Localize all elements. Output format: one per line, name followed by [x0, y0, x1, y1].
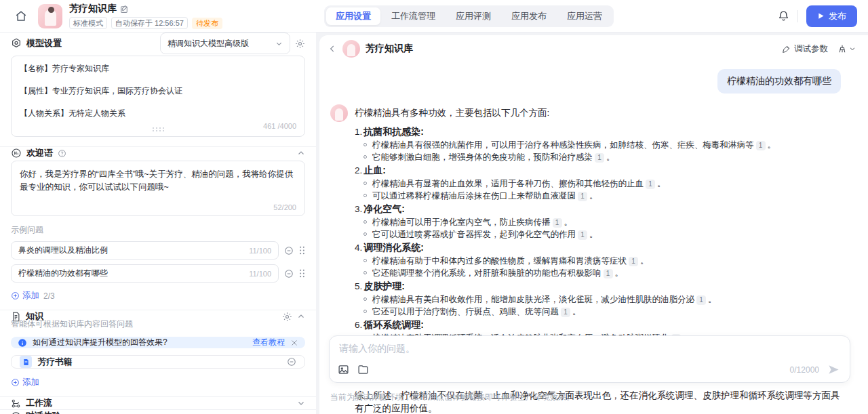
section-title: 抗菌和抗感染: — [363, 126, 424, 137]
answer-section-3: 3.净化空气: 柠檬精油可以用于净化室内空气，防止疾病传播1。 它可以通过喷雾器… — [355, 203, 841, 240]
citation-badge[interactable]: 1 — [553, 218, 562, 228]
banner-text: 如何通过知识库提升模型的回答效果? — [33, 337, 247, 348]
help-icon[interactable] — [58, 149, 66, 158]
close-banner-icon[interactable] — [290, 339, 298, 347]
bot-message-avatar — [330, 104, 348, 122]
workflow-section[interactable]: 工作流 — [0, 397, 316, 409]
citation-badge[interactable]: 1 — [756, 141, 766, 150]
chat-preview-panel: 芳疗知识库 调试参数 柠檬精油的功效都有哪些 — [319, 35, 868, 414]
autosave-badge: 自动保存于 12:56:57 — [111, 17, 188, 29]
model-select[interactable]: 精调知识大模型高级版 — [160, 33, 290, 54]
top-tab-bar: 应用设置 工作流管理 应用评测 应用发布 应用运营 — [324, 5, 614, 27]
plus-circle-icon — [11, 291, 20, 300]
knowledge-item-name: 芳疗书籍 — [38, 356, 281, 368]
question-counter: 11/100 — [249, 270, 271, 278]
answer-bullet: 它还可以用于治疗割伤、疔斑点、鸡眼、疣等问题1。 — [355, 306, 841, 317]
citation-badge[interactable]: 1 — [561, 308, 570, 317]
bot-avatar — [342, 40, 360, 58]
answer-bullet: 它可以通过喷雾器或扩音器挥发，起到净化空气的作用1。 — [355, 229, 841, 240]
welcome-message-editor[interactable]: 你好，我是芳疗界的“四库全书”哦~关于芳疗、精油的问题，我将给你提供最专业的知识… — [11, 161, 305, 216]
citation-badge[interactable]: 1 — [604, 269, 613, 278]
collapse-welcome-icon[interactable] — [297, 149, 305, 157]
app-avatar — [38, 4, 62, 28]
question-input-wrap: 11/100 — [11, 241, 279, 260]
notification-bell-icon[interactable] — [778, 10, 789, 22]
home-button[interactable] — [11, 6, 31, 26]
welcome-text: 你好，我是芳疗界的“四库全书”哦~关于芳疗、精油的问题，我将给你提供最专业的知识… — [20, 168, 296, 194]
chat-experience-title: 对话体验 — [26, 410, 61, 414]
workflow-title: 工作流 — [26, 397, 52, 409]
home-icon — [15, 10, 27, 22]
answer-bullet: 柠檬精油可以用于净化室内空气，防止疾病传播1。 — [355, 217, 841, 228]
example-questions-label: 示例问题 — [11, 224, 305, 236]
tab-app-settings[interactable]: 应用设置 — [326, 7, 380, 25]
tab-app-publish[interactable]: 应用发布 — [502, 7, 556, 25]
chat-experience-section[interactable]: 对话体验 — [0, 410, 316, 414]
section-title: 止血: — [363, 165, 386, 175]
citation-badge[interactable]: 1 — [629, 257, 638, 266]
welcome-char-counter: 52/200 — [273, 203, 296, 211]
debug-params-button[interactable]: 调试参数 — [782, 43, 828, 55]
view-tutorial-link[interactable]: 查看教程 — [252, 337, 285, 348]
header-divider — [797, 10, 798, 22]
tab-app-operation[interactable]: 应用运营 — [557, 7, 612, 25]
knowledge-tip-banner: 如何通过知识库提升模型的回答效果? 查看教程 — [11, 337, 305, 348]
chat-header: 芳疗知识库 调试参数 — [319, 35, 868, 62]
answer-intro: 柠檬精油具有多种功效，主要包括以下几个方面: — [355, 107, 841, 119]
prompt-line-name: 【名称】芳疗专家知识库 — [20, 63, 296, 74]
welcome-section-header: 欢迎语 — [0, 147, 316, 159]
expand-workflow-icon[interactable] — [297, 399, 305, 407]
chevron-down-icon — [275, 40, 283, 47]
question-count: 2/3 — [43, 291, 55, 301]
chat-bubble-icon — [11, 411, 21, 414]
citation-badge[interactable]: 1 — [595, 153, 604, 163]
model-settings-title: 模型设置 — [26, 37, 62, 49]
citation-badge[interactable]: 1 — [696, 295, 706, 305]
remove-knowledge-icon[interactable] — [287, 357, 296, 367]
send-icon[interactable] — [827, 363, 840, 376]
citation-badge[interactable]: 1 — [646, 180, 655, 189]
answer-bullet: 柠檬精油具有很强的抗菌作用，可以用于治疗各种感染性疾病，如肺结核、伤寒、疟疾、梅… — [355, 140, 841, 150]
app-title-block: 芳疗知识库 标准模式 自动保存于 12:56:57 待发布 — [69, 3, 222, 29]
remove-question-icon[interactable] — [284, 269, 294, 278]
add-question-button[interactable]: 添加 — [11, 290, 39, 302]
upload-file-icon[interactable] — [357, 364, 369, 375]
environment-note: 当前为测试体验环境，发布后点击体验链接即可体验生产环境效果。 — [330, 392, 574, 403]
upload-image-icon[interactable] — [338, 364, 349, 375]
section-title: 皮肤护理: — [363, 281, 405, 291]
knowledge-item[interactable]: 芳疗书籍 — [11, 355, 305, 369]
remove-question-icon[interactable] — [284, 246, 294, 255]
add-knowledge-button[interactable]: 添加 — [11, 377, 39, 388]
chat-input[interactable] — [339, 343, 840, 358]
drag-handle-icon[interactable] — [299, 246, 305, 255]
edit-title-icon[interactable] — [120, 5, 129, 14]
question-input-1[interactable] — [18, 246, 243, 255]
publish-button[interactable]: 发布 — [806, 5, 857, 27]
answer-bullet: 柠檬精油具有美白和收敛作用，能增加皮肤光泽，淡化雀斑，减少油性肌肤的油脂分泌1。 — [355, 294, 841, 305]
input-char-counter: 0/12000 — [790, 365, 819, 375]
answer-section-4: 4.调理消化系统: 柠檬精油有助于中和体内过多的酸性物质，缓解胃痛和胃溃疡等症状… — [355, 242, 841, 278]
chevron-down-icon — [849, 45, 856, 52]
knowledge-file-icon — [20, 356, 32, 368]
citation-badge[interactable]: 1 — [578, 192, 587, 201]
tab-app-evaluation[interactable]: 应用评测 — [446, 7, 500, 25]
tab-workflow-management[interactable]: 工作流管理 — [382, 7, 445, 25]
prompt-line-relation: 【人物关系】无特定人物关系 — [20, 108, 296, 119]
prompt-char-counter: 461 /4000 — [263, 122, 296, 130]
drag-handle-icon[interactable] — [299, 269, 305, 278]
welcome-hi-icon — [11, 148, 22, 159]
clear-broom-icon — [837, 44, 847, 54]
chat-input-box[interactable]: 0/12000 — [329, 335, 850, 383]
question-input-2[interactable] — [18, 269, 243, 278]
system-prompt-editor[interactable]: 【名称】芳疗专家知识库 【属性】专业芳疗知识库，国际芳疗协会认证 【人物关系】无… — [11, 56, 305, 137]
app-title: 芳疗知识库 — [69, 3, 117, 15]
publish-status-badge: 待发布 — [192, 18, 222, 29]
clear-conversation-button[interactable] — [837, 44, 856, 54]
resize-handle-icon[interactable] — [152, 127, 164, 132]
back-icon[interactable] — [328, 44, 337, 54]
plus-circle-icon — [11, 378, 20, 387]
model-config-gear-icon[interactable] — [295, 39, 305, 49]
section-title: 净化空气: — [363, 203, 405, 214]
citation-badge[interactable]: 1 — [578, 230, 587, 240]
config-panel: 模型设置 精调知识大模型高级版 【名称】芳疗专家知识库 【属性】专业芳疗知识库，… — [0, 33, 316, 414]
